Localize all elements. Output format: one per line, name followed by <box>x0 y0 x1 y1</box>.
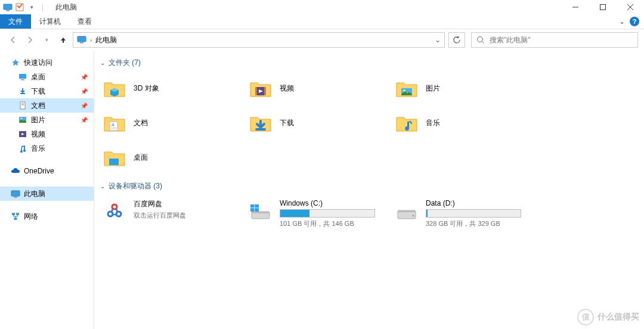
sidebar-item-pictures[interactable]: 图片 📌 <box>0 113 94 127</box>
drive-icon <box>394 198 420 225</box>
pc-breadcrumb-icon <box>77 35 86 46</box>
folder-3dobjects[interactable]: 3D 对象 <box>99 73 245 104</box>
close-button[interactable] <box>617 0 644 14</box>
tab-file[interactable]: 文件 <box>0 14 31 29</box>
drive-d[interactable]: Data (D:) 328 GB 可用，共 329 GB <box>391 196 537 231</box>
up-button[interactable] <box>56 33 70 47</box>
svg-rect-33 <box>109 159 119 165</box>
svg-rect-26 <box>264 87 266 95</box>
folder-download-icon <box>247 110 274 136</box>
pin-icon: 📌 <box>80 74 88 80</box>
back-button[interactable] <box>6 33 20 47</box>
section-label: 文件夹 (7) <box>109 58 141 68</box>
drive-sub: 双击运行百度网盘 <box>134 211 243 220</box>
titlebar-divider: | <box>42 3 44 11</box>
refresh-button[interactable] <box>448 32 465 48</box>
window-controls <box>562 0 644 14</box>
addressbar: ▾ › 此电脑 ⌄ <box>0 29 644 51</box>
drive-usage-bar <box>426 209 521 218</box>
drive-baidu[interactable]: 百度网盘 双击运行百度网盘 <box>99 196 245 231</box>
sidebar-item-downloads[interactable]: 下载 📌 <box>0 84 94 98</box>
sidebar-item-label: 图片 <box>31 115 45 125</box>
folder-pictures-icon <box>394 75 420 101</box>
network-icon <box>11 212 20 221</box>
drive-grid: 百度网盘 双击运行百度网盘 Windows (C:) 101 GB 可用，共 1… <box>99 196 639 231</box>
desktop-icon <box>18 72 27 82</box>
drive-free-text: 101 GB 可用，共 146 GB <box>280 219 389 228</box>
properties-qat-icon[interactable] <box>14 2 25 13</box>
ribbon-collapse-icon[interactable]: ⌄ <box>619 17 625 26</box>
svg-rect-4 <box>600 5 606 10</box>
chevron-down-icon: ⌄ <box>100 183 105 190</box>
section-folders-header[interactable]: ⌄ 文件夹 (7) <box>100 58 639 68</box>
svg-line-10 <box>482 42 485 44</box>
tab-computer[interactable]: 计算机 <box>31 14 69 29</box>
chevron-right-icon[interactable]: › <box>90 37 92 44</box>
sidebar-item-videos[interactable]: 视频 <box>0 127 94 141</box>
svg-rect-1 <box>6 10 10 11</box>
address-box[interactable]: › 此电脑 ⌄ <box>73 32 445 48</box>
sidebar-item-desktop[interactable]: 桌面 📌 <box>0 70 94 84</box>
folder-videos[interactable]: 视频 <box>245 73 391 104</box>
sidebar-item-network[interactable]: 网络 <box>0 209 94 224</box>
folder-label: 3D 对象 <box>134 83 159 94</box>
folder-music[interactable]: 音乐 <box>391 107 537 138</box>
folder-label: 桌面 <box>134 153 148 163</box>
svg-rect-43 <box>255 208 259 212</box>
folder-label: 文档 <box>134 118 148 128</box>
maximize-button[interactable] <box>589 0 617 14</box>
qat-dropdown-icon[interactable]: ▾ <box>26 2 37 13</box>
watermark: 值 什么值得买 <box>577 309 639 325</box>
ribbon: 文件 计算机 查看 ⌄ ? <box>0 14 644 29</box>
drive-free-text: 328 GB 可用，共 329 GB <box>426 219 535 228</box>
svg-point-34 <box>112 204 117 209</box>
folder-documents[interactable]: A 文档 <box>99 107 245 138</box>
drive-c[interactable]: Windows (C:) 101 GB 可用，共 146 GB <box>245 196 391 231</box>
sidebar-item-onedrive[interactable]: OneDrive <box>0 164 94 178</box>
search-input[interactable] <box>490 36 633 44</box>
svg-rect-12 <box>21 79 24 80</box>
svg-rect-47 <box>398 210 416 212</box>
watermark-text: 什么值得买 <box>597 312 639 322</box>
drive-name: Windows (C:) <box>280 199 389 207</box>
folder-desktop[interactable]: 桌面 <box>99 142 245 173</box>
watermark-badge: 值 <box>577 309 594 325</box>
svg-point-9 <box>478 37 483 42</box>
svg-rect-0 <box>4 4 12 10</box>
sidebar-item-music[interactable]: 音乐 <box>0 141 94 156</box>
minimize-button[interactable] <box>562 0 589 14</box>
baidu-icon <box>101 198 128 225</box>
svg-rect-11 <box>19 74 26 79</box>
search-box[interactable] <box>471 32 638 48</box>
folder-desktop-icon <box>101 144 128 170</box>
sidebar-item-label: 快速访问 <box>24 58 52 68</box>
address-history-dropdown[interactable]: ⌄ <box>435 36 441 44</box>
tab-view[interactable]: 查看 <box>69 14 100 29</box>
svg-rect-21 <box>12 213 15 215</box>
svg-rect-41 <box>255 204 259 208</box>
drive-name: 百度网盘 <box>134 199 243 209</box>
folder-pictures[interactable]: 图片 <box>391 73 537 104</box>
sidebar: 快速访问 桌面 📌 下载 📌 文档 📌 图片 📌 <box>0 51 94 329</box>
sidebar-item-documents[interactable]: 文档 📌 <box>0 98 94 113</box>
pc-qat-icon[interactable] <box>2 2 13 13</box>
star-icon <box>11 58 20 67</box>
quick-access-toolbar: ▾ | 此电脑 <box>0 2 77 13</box>
pc-icon <box>11 189 20 198</box>
breadcrumb-location[interactable]: 此电脑 <box>95 35 117 45</box>
sidebar-item-label: 此电脑 <box>24 189 45 199</box>
folder-label: 下载 <box>280 118 294 128</box>
help-icon[interactable]: ? <box>630 17 639 26</box>
folder-downloads[interactable]: 下载 <box>245 107 391 138</box>
search-icon <box>476 36 485 44</box>
music-icon <box>18 144 27 153</box>
svg-rect-22 <box>16 213 19 215</box>
sidebar-item-quickaccess[interactable]: 快速访问 <box>0 55 94 70</box>
svg-text:A: A <box>111 123 114 127</box>
svg-rect-25 <box>255 87 257 95</box>
section-drives-header[interactable]: ⌄ 设备和驱动器 (3) <box>100 181 639 191</box>
recent-dropdown-icon[interactable]: ▾ <box>39 33 54 47</box>
forward-button[interactable] <box>23 33 37 47</box>
folder-document-icon: A <box>101 110 128 136</box>
sidebar-item-thispc[interactable]: 此电脑 <box>0 187 94 201</box>
